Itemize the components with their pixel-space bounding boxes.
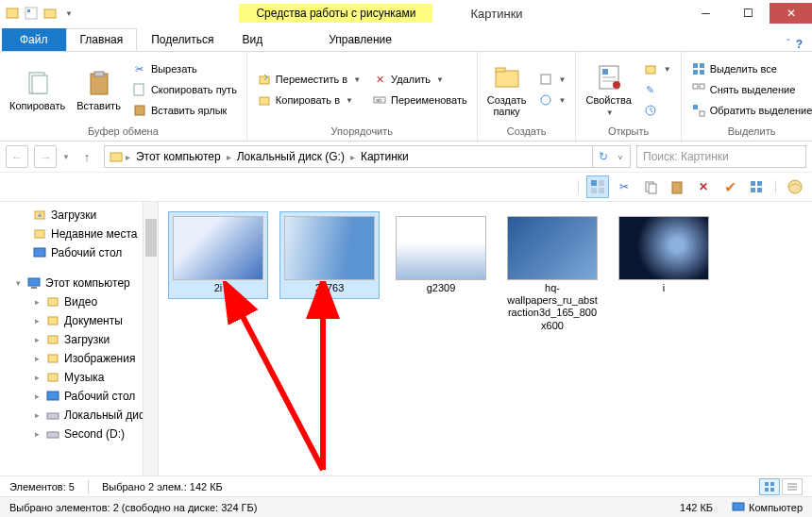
history-dropdown-icon[interactable]: ▼ (62, 153, 70, 161)
tree-item-videos[interactable]: ▸Видео (0, 292, 158, 311)
minimize-button[interactable]: ─ (685, 3, 727, 24)
help-icon[interactable]: ? (796, 38, 803, 51)
svg-rect-50 (31, 287, 37, 289)
expander-icon[interactable]: ▸ (32, 392, 42, 401)
easy-access-button[interactable]: ▼ (534, 91, 570, 109)
tab-file[interactable]: Файл (2, 28, 66, 51)
svg-rect-64 (770, 488, 774, 492)
svg-rect-35 (599, 180, 604, 186)
chevron-right-icon[interactable]: ▸ (227, 152, 231, 162)
file-item[interactable]: hq-wallpapers_ru_abstraction3d_165_800x6… (502, 211, 602, 337)
file-label: i (663, 282, 665, 294)
copy-path-button[interactable]: Скопировать путь (128, 80, 241, 99)
close-button[interactable]: ✕ (770, 3, 812, 24)
file-item[interactable]: 20763 (279, 211, 380, 299)
new-item-button[interactable]: ▼ (534, 70, 570, 89)
breadcrumb-item[interactable]: Локальный диск (G:) (233, 150, 348, 163)
tree-item-this-pc[interactable]: ▾Этот компьютер (0, 274, 158, 292)
copy-button[interactable]: Копировать (6, 66, 69, 113)
new-folder-button[interactable]: Создать папку (483, 60, 531, 119)
ribbon-collapse-icon[interactable]: ˇ (787, 38, 790, 51)
refresh-icon[interactable]: ↻ (592, 146, 613, 167)
tree-item-local-disk[interactable]: ▸Локальный диск (0, 406, 158, 425)
tree-item-recent[interactable]: Недавние места (0, 225, 158, 243)
search-input[interactable]: Поиск: Картинки (636, 145, 806, 168)
view-details-button[interactable] (782, 478, 803, 495)
tree-item-second-d[interactable]: ▸Second (D:) (0, 425, 158, 443)
tree-item-downloads[interactable]: Загрузки (0, 206, 158, 225)
rename-button[interactable]: abПереименовать (368, 91, 471, 109)
content-area[interactable]: 2i20763g2309hq-wallpapers_ru_abstraction… (159, 202, 812, 475)
delete-button[interactable]: ✕Удалить▼ (368, 70, 471, 89)
properties-button[interactable]: Свойства ▼ (582, 60, 634, 118)
tab-view[interactable]: Вид (228, 28, 277, 51)
svg-point-45 (788, 180, 802, 193)
apply-tool-icon[interactable]: ✔ (719, 175, 741, 198)
expander-icon[interactable]: ▸ (32, 373, 42, 382)
tree-item-pictures[interactable]: ▸Изображения (0, 349, 158, 368)
address-dropdown-icon[interactable]: v (615, 153, 626, 161)
svg-rect-54 (48, 355, 58, 362)
copy-to-button[interactable]: Копировать в▼ (253, 91, 364, 109)
delete-tool-icon[interactable]: ✕ (692, 175, 715, 198)
svg-rect-68 (733, 503, 744, 510)
qat-properties-icon[interactable] (23, 5, 40, 22)
breadcrumb-item[interactable]: Картинки (357, 150, 413, 163)
forward-button[interactable]: → (34, 145, 57, 168)
chevron-right-icon[interactable]: ▸ (350, 152, 355, 162)
tree-item-music[interactable]: ▸Музыка (0, 368, 158, 387)
tab-share[interactable]: Поделиться (137, 28, 228, 51)
select-none-button[interactable]: Снять выделение (687, 80, 812, 99)
address-bar[interactable]: ▸ Этот компьютер ▸ Локальный диск (G:) ▸… (104, 145, 631, 168)
ribbon-group-clipboard: Копировать Вставить ✂Вырезать Скопироват… (0, 52, 247, 141)
qat-new-folder-icon[interactable] (42, 5, 59, 22)
view-thumbnails-button[interactable] (759, 478, 780, 495)
copy-tool-icon[interactable] (639, 175, 662, 198)
paste-button[interactable]: Вставить (73, 66, 125, 113)
move-to-button[interactable]: Переместить в▼ (253, 70, 364, 89)
scrollbar-vertical[interactable] (143, 202, 158, 475)
cut-button[interactable]: ✂Вырезать (128, 59, 241, 78)
cut-tool-icon[interactable]: ✂ (613, 175, 635, 198)
svg-rect-7 (94, 72, 104, 76)
chevron-right-icon[interactable]: ▸ (126, 152, 130, 162)
qat-dropdown-icon[interactable]: ▼ (60, 5, 77, 22)
folder-icon (109, 149, 124, 164)
svg-rect-16 (541, 75, 550, 84)
expander-icon[interactable]: ▾ (13, 278, 23, 288)
select-all-button[interactable]: Выделить все (687, 59, 812, 78)
expander-icon[interactable]: ▸ (32, 410, 42, 420)
svg-rect-30 (700, 84, 704, 89)
file-item[interactable]: 2i (168, 211, 268, 299)
paste-tool-icon[interactable] (666, 175, 688, 198)
expander-icon[interactable]: ▸ (32, 297, 42, 307)
tab-home[interactable]: Главная (66, 28, 138, 51)
expander-icon[interactable]: ▸ (32, 335, 42, 344)
tree-item-desktop2[interactable]: ▸Рабочий стол (0, 387, 158, 406)
svg-rect-52 (48, 317, 58, 325)
file-thumbnail (507, 216, 598, 280)
open-with-button[interactable]: ▼ (639, 59, 675, 78)
invert-selection-button[interactable]: Обратить выделение (687, 101, 812, 120)
organize-tool-icon[interactable] (586, 175, 609, 198)
breadcrumb-item[interactable]: Этот компьютер (132, 150, 225, 163)
tab-manage[interactable]: Управление (314, 28, 406, 51)
file-item[interactable]: g2309 (391, 211, 491, 299)
tree-item-documents[interactable]: ▸Документы (0, 311, 158, 330)
back-button[interactable]: ← (6, 145, 28, 168)
shell-icon[interactable] (784, 175, 806, 198)
tree-item-downloads2[interactable]: ▸Загрузки (0, 330, 158, 349)
expander-icon[interactable]: ▸ (32, 354, 42, 363)
layout-tool-icon[interactable] (745, 175, 768, 198)
paste-shortcut-button[interactable]: Вставить ярлык (128, 101, 241, 120)
edit-button[interactable]: ✎ (639, 80, 675, 99)
file-item[interactable]: i (614, 211, 714, 299)
up-button[interactable]: ↑ (76, 145, 98, 168)
tree-item-desktop[interactable]: Рабочий стол (0, 243, 158, 262)
history-button[interactable] (639, 101, 675, 120)
expander-icon[interactable]: ▸ (32, 429, 42, 439)
expander-icon[interactable]: ▸ (32, 316, 42, 325)
items-grid: 2i20763g2309hq-wallpapers_ru_abstraction… (168, 211, 803, 337)
app-icon[interactable] (4, 5, 21, 22)
maximize-button[interactable]: ☐ (727, 3, 770, 24)
